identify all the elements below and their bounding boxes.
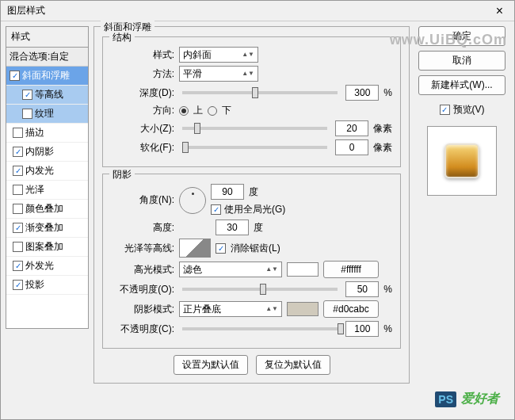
preview-box: [427, 126, 497, 196]
shadow-opacity-label: 不透明度(C):: [111, 323, 174, 336]
blend-options-row[interactable]: 混合选项:自定: [6, 48, 88, 67]
global-light-checkbox[interactable]: [211, 204, 221, 215]
style-item-satin[interactable]: 光泽: [6, 181, 88, 200]
styles-list: 混合选项:自定 斜面和浮雕 等高线 纹理 描边 内阴影 内发光 光泽 颜色叠加 …: [6, 47, 89, 329]
dialog-title: 图层样式: [7, 4, 491, 17]
updown-icon: ▲▼: [265, 267, 278, 272]
bevel-fieldset: 斜面和浮雕 结构 样式: 内斜面▲▼ 方法: 平滑▲▼ 深度(D): 300: [93, 26, 410, 384]
highlight-color-hex[interactable]: #ffffff: [323, 261, 379, 278]
action-panel: 确定 取消 新建样式(W)... 预览(V): [414, 26, 509, 414]
styles-panel: 样式 混合选项:自定 斜面和浮雕 等高线 纹理 描边 内阴影 内发光 光泽 颜色…: [6, 26, 89, 414]
gloss-contour-picker[interactable]: [179, 239, 211, 258]
watermark-text: 爱好者: [461, 391, 499, 407]
soften-slider[interactable]: [182, 146, 327, 149]
shadow-mode-label: 阴影模式:: [111, 303, 174, 316]
checkbox-icon[interactable]: [13, 261, 23, 271]
style-item-stroke[interactable]: 描边: [6, 124, 88, 143]
styles-header: 样式: [6, 26, 89, 47]
altitude-input[interactable]: 30: [216, 220, 249, 235]
structure-legend: 结构: [109, 31, 135, 44]
checkbox-icon[interactable]: [13, 185, 23, 195]
method-select[interactable]: 平滑▲▼: [179, 66, 258, 82]
style-item-texture[interactable]: 纹理: [6, 105, 88, 124]
size-unit: 像素: [373, 122, 392, 136]
checkbox-icon[interactable]: [13, 223, 23, 233]
highlight-mode-select[interactable]: 滤色▲▼: [179, 262, 282, 277]
checkbox-icon[interactable]: [13, 280, 23, 290]
preview-label: 预览(V): [453, 103, 485, 116]
gloss-contour-label: 光泽等高线:: [111, 242, 174, 255]
style-item-contour[interactable]: 等高线: [6, 86, 88, 105]
style-item-color-overlay[interactable]: 颜色叠加: [6, 200, 88, 219]
checkbox-icon[interactable]: [13, 147, 23, 157]
checkbox-icon[interactable]: [13, 204, 23, 214]
shadow-color-hex[interactable]: #d0cabc: [323, 300, 379, 318]
checkbox-icon[interactable]: [22, 90, 32, 100]
shading-legend: 阴影: [109, 168, 135, 181]
style-item-bevel[interactable]: 斜面和浮雕: [6, 67, 88, 86]
depth-unit: %: [383, 87, 392, 98]
titlebar: 图层样式 ×: [1, 1, 514, 21]
watermark: PS 爱好者: [435, 391, 499, 407]
checkbox-icon[interactable]: [13, 242, 23, 252]
angle-picker[interactable]: [179, 187, 206, 214]
depth-slider[interactable]: [182, 91, 338, 94]
updown-icon: ▲▼: [242, 52, 254, 57]
settings-panel: 斜面和浮雕 结构 样式: 内斜面▲▼ 方法: 平滑▲▼ 深度(D): 300: [93, 26, 410, 414]
style-item-inner-glow[interactable]: 内发光: [6, 162, 88, 181]
shadow-opacity-slider[interactable]: [182, 327, 338, 330]
size-label: 大小(Z):: [111, 122, 174, 136]
direction-down-radio[interactable]: [208, 106, 217, 116]
ps-logo-icon: PS: [435, 391, 456, 407]
new-style-button[interactable]: 新建样式(W)...: [418, 75, 505, 95]
preview-checkbox[interactable]: [440, 105, 450, 115]
style-item-outer-glow[interactable]: 外发光: [6, 257, 88, 276]
depth-label: 深度(D):: [111, 86, 174, 100]
updown-icon: ▲▼: [242, 71, 254, 76]
size-input[interactable]: 20: [335, 120, 368, 136]
soften-unit: 像素: [373, 141, 392, 155]
method-label: 方法:: [111, 67, 174, 81]
updown-icon: ▲▼: [265, 307, 278, 311]
style-item-gradient-overlay[interactable]: 渐变叠加: [6, 219, 88, 238]
altitude-label: 高度:: [111, 221, 174, 235]
angle-input[interactable]: 90: [211, 184, 244, 200]
highlight-opacity-label: 不透明度(O):: [111, 283, 174, 296]
highlight-opacity-slider[interactable]: [182, 288, 338, 291]
style-label: 样式:: [111, 48, 174, 62]
structure-fieldset: 结构 样式: 内斜面▲▼ 方法: 平滑▲▼ 深度(D): 300 %: [102, 36, 401, 167]
reset-default-button[interactable]: 复位为默认值: [256, 355, 330, 375]
shadow-color-swatch[interactable]: [287, 302, 319, 316]
highlight-mode-label: 高光模式:: [111, 263, 174, 277]
checkbox-icon[interactable]: [13, 166, 23, 176]
watermark-url: www.UiBQ.cOm: [390, 32, 507, 48]
soften-input[interactable]: 0: [335, 139, 368, 155]
checkbox-icon[interactable]: [13, 128, 23, 138]
style-item-inner-shadow[interactable]: 内阴影: [6, 143, 88, 162]
shading-fieldset: 阴影 角度(N): 90 度 使用全局光(G): [102, 174, 401, 349]
shadow-opacity-input[interactable]: 100: [345, 321, 379, 337]
cancel-button[interactable]: 取消: [418, 51, 505, 71]
angle-label: 角度(N):: [111, 193, 174, 207]
layer-style-dialog: 图层样式 × 样式 混合选项:自定 斜面和浮雕 等高线 纹理 描边 内阴影 内发…: [0, 0, 515, 420]
preview-icon: [444, 143, 479, 178]
shadow-mode-select[interactable]: 正片叠底▲▼: [179, 301, 282, 317]
checkbox-icon[interactable]: [22, 109, 32, 119]
soften-label: 软化(F):: [111, 141, 174, 155]
make-default-button[interactable]: 设置为默认值: [174, 355, 248, 375]
style-item-pattern-overlay[interactable]: 图案叠加: [6, 238, 88, 257]
style-select[interactable]: 内斜面▲▼: [179, 47, 258, 63]
close-icon[interactable]: ×: [491, 4, 508, 18]
antialias-checkbox[interactable]: [216, 243, 226, 254]
highlight-opacity-input[interactable]: 50: [345, 281, 379, 297]
highlight-color-swatch[interactable]: [287, 262, 319, 277]
direction-label: 方向:: [111, 104, 174, 117]
style-item-drop-shadow[interactable]: 投影: [6, 276, 88, 295]
checkbox-icon[interactable]: [10, 71, 20, 81]
size-slider[interactable]: [182, 127, 327, 130]
depth-input[interactable]: 300: [345, 85, 379, 101]
direction-up-radio[interactable]: [179, 106, 189, 116]
